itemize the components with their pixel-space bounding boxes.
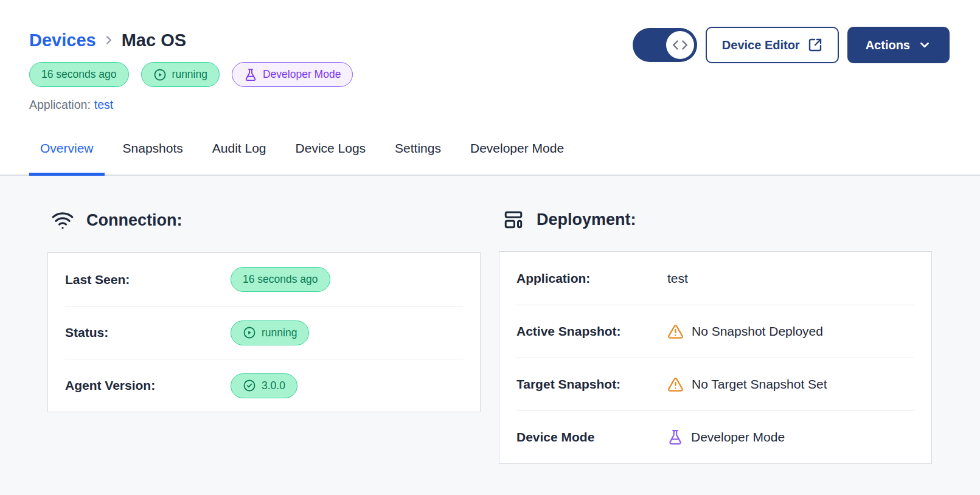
last-seen-value-text: 16 seconds ago <box>243 273 318 286</box>
deployment-application-value: test <box>667 271 914 286</box>
deployment-icon <box>502 209 524 230</box>
deployment-row-application: Application: test <box>516 252 914 305</box>
target-snapshot-text: No Target Snapshot Set <box>692 377 827 392</box>
connection-row-agent-version: Agent Version: 3.0.0 <box>65 359 463 412</box>
device-editor-button[interactable]: Device Editor <box>706 27 839 63</box>
warning-icon <box>667 376 684 393</box>
agent-version-value-badge: 3.0.0 <box>231 373 297 398</box>
actions-button[interactable]: Actions <box>847 27 950 63</box>
deployment-heading: Deployment: <box>502 209 932 230</box>
status-value-badge: running <box>231 320 309 345</box>
application-line: Application:test <box>29 97 353 112</box>
chevron-down-icon <box>918 38 931 52</box>
last-seen-badge-label: 16 seconds ago <box>41 68 117 81</box>
target-snapshot-label: Target Snapshot: <box>516 377 667 392</box>
status-value: running <box>231 320 463 345</box>
header-left: Devices Mac OS 16 seconds ago running <box>29 27 353 112</box>
application-link[interactable]: test <box>94 98 113 111</box>
tab-snapshots[interactable]: Snapshots <box>112 140 194 175</box>
status-badge-row: 16 seconds ago running Developer Mode <box>29 62 353 87</box>
connection-row-last-seen: Last Seen: 16 seconds ago <box>65 253 463 306</box>
developer-mode-badge-label: Developer Mode <box>263 68 341 81</box>
status-badge-label: running <box>172 68 207 81</box>
overview-content: Connection: Last Seen: 16 seconds ago St… <box>0 176 980 495</box>
agent-version-value: 3.0.0 <box>231 373 463 398</box>
actions-button-label: Actions <box>866 38 910 52</box>
agent-version-label: Agent Version: <box>65 378 231 393</box>
breadcrumb-current: Mac OS <box>122 27 186 54</box>
tab-overview[interactable]: Overview <box>29 140 105 175</box>
page-header: Devices Mac OS 16 seconds ago running <box>0 0 980 112</box>
play-circle-icon <box>243 326 256 339</box>
flask-icon <box>244 68 257 81</box>
status-label: Status: <box>65 325 231 340</box>
chevron-right-icon <box>102 33 116 47</box>
device-mode-label: Device Mode <box>516 430 667 445</box>
target-snapshot-value: No Target Snapshot Set <box>667 376 914 393</box>
play-circle-icon <box>153 68 167 81</box>
agent-version-value-text: 3.0.0 <box>262 379 285 392</box>
active-snapshot-label: Active Snapshot: <box>516 324 667 339</box>
connection-title: Connection: <box>86 211 182 230</box>
active-snapshot-text: No Snapshot Deployed <box>692 324 823 339</box>
breadcrumb: Devices Mac OS <box>29 27 353 54</box>
application-label: Application: <box>29 98 91 111</box>
connection-section: Connection: Last Seen: 16 seconds ago St… <box>47 209 481 495</box>
deployment-row-device-mode: Device Mode Developer Mode <box>516 410 914 463</box>
active-snapshot-value: No Snapshot Deployed <box>667 324 914 340</box>
device-mode-text: Developer Mode <box>691 430 785 445</box>
deployment-row-active-snapshot: Active Snapshot: No Snapshot Deployed <box>516 305 914 358</box>
deployment-section: Deployment: Application: test Active Sna… <box>499 209 932 495</box>
external-link-icon <box>808 38 822 52</box>
tab-bar: Overview Snapshots Audit Log Device Logs… <box>0 140 980 176</box>
deployment-application-text: test <box>667 271 688 286</box>
tab-audit-log[interactable]: Audit Log <box>201 140 277 175</box>
device-editor-button-label: Device Editor <box>722 38 800 52</box>
connection-heading: Connection: <box>51 209 481 232</box>
status-value-text: running <box>262 327 297 339</box>
header-toolbar: Device Editor Actions <box>633 27 950 63</box>
deployment-card: Application: test Active Snapshot: No Sn… <box>499 251 932 464</box>
developer-mode-badge: Developer Mode <box>232 62 353 87</box>
check-circle-icon <box>243 379 256 392</box>
last-seen-value: 16 seconds ago <box>231 267 463 292</box>
deployment-application-label: Application: <box>516 271 667 286</box>
tab-device-logs[interactable]: Device Logs <box>285 140 377 175</box>
deployment-title: Deployment: <box>537 210 636 229</box>
last-seen-badge: 16 seconds ago <box>29 62 129 87</box>
wifi-icon <box>51 209 74 232</box>
developer-mode-toggle[interactable] <box>633 28 697 62</box>
warning-icon <box>667 324 684 340</box>
last-seen-value-badge: 16 seconds ago <box>231 267 330 292</box>
device-mode-value: Developer Mode <box>667 429 914 445</box>
deployment-row-target-snapshot: Target Snapshot: No Target Snapshot Set <box>516 358 914 410</box>
tab-settings[interactable]: Settings <box>384 140 452 175</box>
device-detail-page: Devices Mac OS 16 seconds ago running <box>0 0 980 495</box>
connection-row-status: Status: running <box>65 306 463 359</box>
connection-card: Last Seen: 16 seconds ago Status: <box>47 252 481 412</box>
tab-developer-mode[interactable]: Developer Mode <box>459 140 575 175</box>
status-badge: running <box>141 62 220 87</box>
code-icon <box>672 37 688 53</box>
breadcrumb-devices-link[interactable]: Devices <box>29 27 96 54</box>
flask-icon <box>667 429 683 445</box>
toggle-knob <box>666 31 694 59</box>
last-seen-label: Last Seen: <box>65 272 231 287</box>
